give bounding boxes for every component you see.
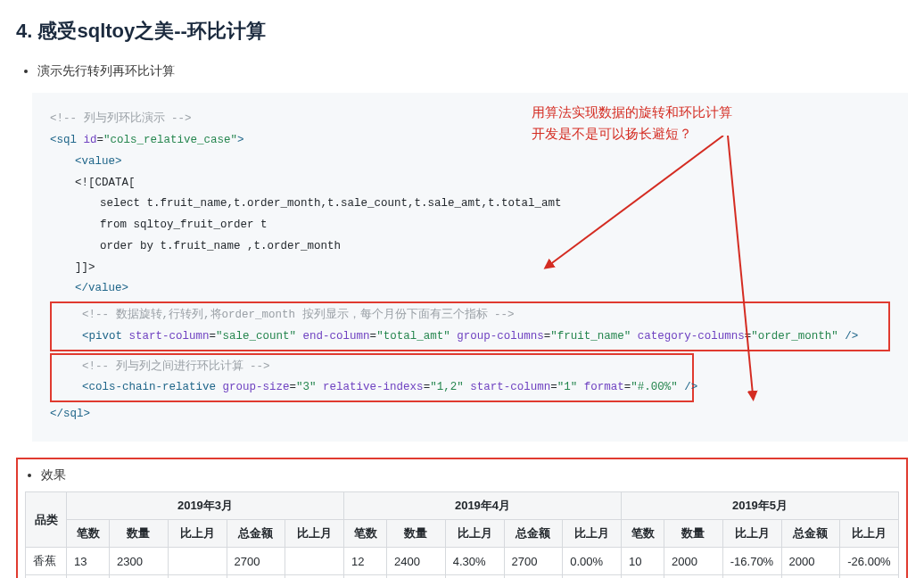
code-order-line: order by t.fruit_name ,t.order_month [50,236,890,258]
sub-qty: 数量 [110,520,169,548]
cell: 13 [67,548,110,575]
code-sql-close: </sql> [50,404,890,425]
code-value-close: </value> [50,278,890,300]
sub-total: 总金额 [504,520,563,548]
sub-count: 笔数 [622,520,664,548]
sub-total: 总金额 [227,520,285,548]
cell: 2400 [387,548,446,575]
sub-qty: 数量 [387,520,446,548]
sub-vs-prev: 比上月 [563,520,622,548]
code-pivot-line: <pivot start-column="sale_count" end-col… [57,326,883,348]
cell [168,548,227,575]
col-month-2: 2019年4月 [344,492,622,520]
table-header-row-months: 品类 2019年3月 2019年4月 2019年5月 [26,492,899,520]
col-month-3: 2019年5月 [622,492,899,520]
code-cdata-close: ]]> [50,258,890,279]
cell: 10 [622,548,664,575]
code-chain-line: <cols-chain-relative group-size="3" rela… [57,377,687,399]
code-select-line: select t.fruit_name,t.order_month,t.sale… [50,194,890,215]
annotation-text: 用算法实现数据的旋转和环比计算 开发是不是可以扬长避短？ [532,102,817,144]
col-month-1: 2019年3月 [67,492,344,520]
result-label: 效果 [41,465,899,484]
sub-vs-prev: 比上月 [168,520,227,548]
section-heading: 4. 感受sqltoy之美--环比计算 [16,18,908,45]
annotation-line1: 用算法实现数据的旋转和环比计算 [532,104,732,120]
cell: 4.30% [445,548,504,575]
table-body: 香蕉 13 2300 2700 12 2400 4.30% 2700 0.00%… [26,548,899,578]
demo-bullet-list: 演示先行转列再环比计算 [25,61,908,80]
cell: 2300 [110,548,169,575]
table-row: 香蕉 13 2300 2700 12 2400 4.30% 2700 0.00%… [26,548,899,575]
code-cdata-open: <![CDATA[ [50,173,890,194]
code-comment-chain: <!-- 列与列之间进行环比计算 --> [57,357,687,378]
result-block: 效果 品类 2019年3月 2019年4月 2019年5月 笔数 数量 比上月 … [16,458,908,578]
sub-vs-prev: 比上月 [445,520,504,548]
sub-vs-prev: 比上月 [285,520,344,548]
table-header-row-sub: 笔数 数量 比上月 总金额 比上月 笔数 数量 比上月 总金额 比上月 笔数 数… [26,520,899,548]
cell: 0.00% [563,548,622,575]
cell-name: 香蕉 [26,548,67,575]
result-table: 品类 2019年3月 2019年4月 2019年5月 笔数 数量 比上月 总金额… [25,491,899,578]
result-bullet-list: 效果 [29,465,899,484]
sub-total: 总金额 [781,520,840,548]
highlight-box-chain: <!-- 列与列之间进行环比计算 --> <cols-chain-relativ… [50,353,694,403]
cell: 2000 [664,548,723,575]
sub-qty: 数量 [664,520,723,548]
cell: 12 [344,548,387,575]
sub-count: 笔数 [67,520,110,548]
cell: -16.70% [722,548,781,575]
code-value-open: <value> [50,152,890,173]
sub-count: 笔数 [344,520,387,548]
cell [285,548,344,575]
cell: 2700 [504,548,563,575]
code-comment-pivot: <!-- 数据旋转,行转列,将order_month 按列显示，每个月份下面有三… [57,305,883,326]
col-category: 品类 [26,492,67,548]
demo-bullet-item: 演示先行转列再环比计算 [37,61,908,80]
cell: -26.00% [840,548,899,575]
sub-vs-prev: 比上月 [722,520,781,548]
cell: 2000 [781,548,840,575]
cell: 2700 [227,548,285,575]
sub-vs-prev: 比上月 [840,520,899,548]
annotation-line2: 开发是不是可以扬长避短？ [532,126,692,141]
code-block: 用算法实现数据的旋转和环比计算 开发是不是可以扬长避短？ <!-- 列与列环比演… [32,93,908,442]
highlight-box-pivot: <!-- 数据旋转,行转列,将order_month 按列显示，每个月份下面有三… [50,301,890,351]
code-from-line: from sqltoy_fruit_order t [50,215,890,236]
